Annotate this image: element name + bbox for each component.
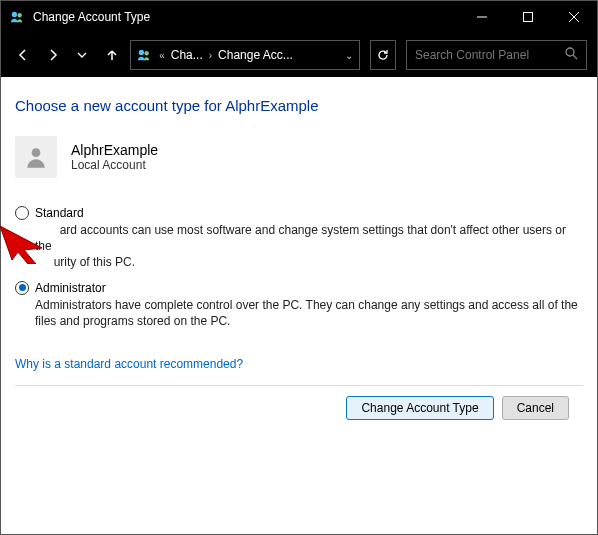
option-description: Stanard accounts can use most software a… [15,220,583,271]
cancel-button[interactable]: Cancel [502,396,569,420]
minimize-button[interactable] [459,1,505,33]
recent-dropdown[interactable] [71,41,95,69]
search-input[interactable] [415,48,565,62]
change-account-type-button[interactable]: Change Account Type [346,396,493,420]
account-type-options: Standard Stanard accounts can use most s… [15,206,583,329]
option-description: Administrators have complete control ove… [15,295,583,329]
users-icon [137,47,153,63]
search-box[interactable] [406,40,587,70]
svg-point-10 [32,148,41,157]
forward-button[interactable] [41,41,65,69]
svg-point-1 [17,13,21,17]
maximize-button[interactable] [505,1,551,33]
option-label: Standard [35,206,84,220]
svg-line-9 [573,55,577,59]
titlebar: Change Account Type [1,1,597,33]
up-button[interactable] [100,41,124,69]
window-title: Change Account Type [33,10,459,24]
user-summary: AlphrExample Local Account [15,136,583,178]
page-heading: Choose a new account type for AlphrExamp… [15,97,583,114]
svg-point-8 [566,48,574,56]
chevron-right-icon: › [207,50,214,61]
back-button[interactable] [11,41,35,69]
svg-rect-3 [524,13,533,22]
option-label: Administrator [35,281,106,295]
refresh-button[interactable] [370,40,396,70]
chevron-left-double-icon: « [157,50,167,61]
navbar: « Cha... › Change Acc... ⌄ [1,33,597,77]
chevron-down-icon[interactable]: ⌄ [345,50,353,61]
close-button[interactable] [551,1,597,33]
avatar [15,136,57,178]
user-name: AlphrExample [71,142,158,158]
address-bar[interactable]: « Cha... › Change Acc... ⌄ [130,40,360,70]
user-type: Local Account [71,158,158,172]
recommended-link[interactable]: Why is a standard account recommended? [15,357,243,371]
svg-point-0 [12,12,17,17]
option-administrator[interactable]: Administrator Administrators have comple… [15,281,583,329]
radio-administrator[interactable] [15,281,29,295]
dialog-footer: Change Account Type Cancel [15,386,583,430]
users-icon [9,9,25,25]
content-area: Choose a new account type for AlphrExamp… [1,77,597,430]
breadcrumb-segment[interactable]: Change Acc... [218,48,293,62]
svg-point-7 [145,51,149,55]
window-controls [459,1,597,33]
radio-standard[interactable] [15,206,29,220]
option-standard[interactable]: Standard Stanard accounts can use most s… [15,206,583,271]
breadcrumb-segment[interactable]: Cha... [171,48,203,62]
svg-point-6 [139,50,144,55]
search-icon [565,47,578,63]
